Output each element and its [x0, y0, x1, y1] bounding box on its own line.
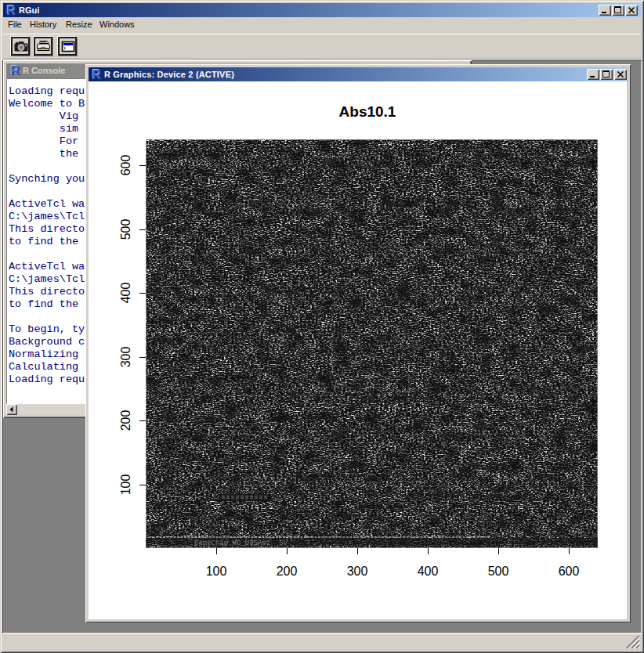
svg-text:R: R: [92, 68, 102, 81]
svg-text:R: R: [11, 64, 20, 77]
svg-text:R: R: [7, 4, 16, 16]
